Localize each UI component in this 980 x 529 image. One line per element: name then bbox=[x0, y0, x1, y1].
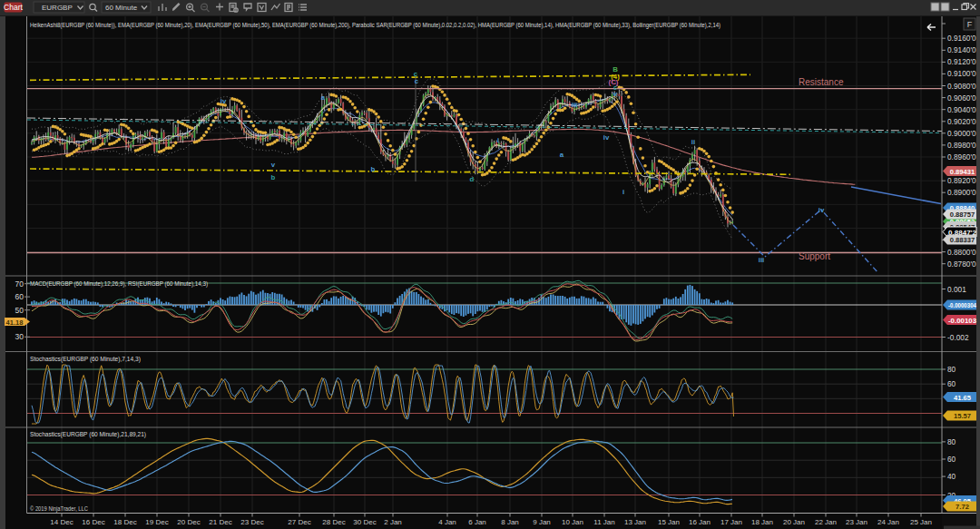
svg-text:iv: iv bbox=[603, 133, 610, 142]
svg-text:16 Jan: 16 Jan bbox=[689, 518, 710, 526]
svg-text:© 2019 NinjaTrader, LLC: © 2019 NinjaTrader, LLC bbox=[30, 505, 88, 513]
svg-text:Stochastics(EURGBP (60 Minute): Stochastics(EURGBP (60 Minute),7,14,3) bbox=[30, 355, 141, 363]
svg-text:7.72: 7.72 bbox=[956, 503, 969, 511]
svg-text:17 Jan: 17 Jan bbox=[720, 518, 742, 526]
svg-text:15.57: 15.57 bbox=[954, 412, 971, 420]
svg-text:0.9040'0: 0.9040'0 bbox=[947, 105, 976, 114]
svg-text:60: 60 bbox=[15, 292, 24, 301]
svg-text:8 Jan: 8 Jan bbox=[501, 518, 519, 526]
svg-text:9 Jan: 9 Jan bbox=[533, 518, 551, 526]
svg-text:F: F bbox=[967, 20, 973, 29]
svg-text:iv: iv bbox=[818, 206, 825, 214]
svg-text:10 Jan: 10 Jan bbox=[562, 518, 583, 526]
svg-text:27 Dec: 27 Dec bbox=[288, 518, 310, 526]
svg-text:13 Jan: 13 Jan bbox=[624, 518, 646, 526]
svg-text:Support: Support bbox=[799, 251, 830, 261]
svg-text:MACD(EURGBP (60 Minute),12,26,: MACD(EURGBP (60 Minute),12,26,9), RSI(EU… bbox=[30, 279, 208, 288]
svg-text:60: 60 bbox=[947, 379, 956, 388]
svg-text:i: i bbox=[622, 188, 624, 196]
svg-text:i: i bbox=[497, 136, 499, 144]
svg-text:ii: ii bbox=[691, 138, 695, 146]
svg-text:0.9120'0: 0.9120'0 bbox=[947, 57, 976, 66]
svg-text:c: c bbox=[415, 77, 419, 85]
svg-text:6 Jan: 6 Jan bbox=[468, 518, 486, 526]
svg-text:18 Jan: 18 Jan bbox=[751, 518, 773, 526]
svg-text:21 Dec: 21 Dec bbox=[209, 518, 231, 526]
svg-text:16 Dec: 16 Dec bbox=[82, 518, 104, 526]
svg-text:0.8920'0: 0.8920'0 bbox=[947, 176, 976, 185]
svg-text:b: b bbox=[271, 173, 276, 181]
svg-text:Chart: Chart bbox=[4, 3, 23, 12]
svg-text:11 Jan: 11 Jan bbox=[593, 518, 614, 526]
svg-text:0.9000'0: 0.9000'0 bbox=[947, 129, 976, 138]
svg-text:41.18: 41.18 bbox=[6, 318, 24, 327]
svg-text:14 Dec: 14 Dec bbox=[50, 518, 73, 526]
svg-text:23 Jan: 23 Jan bbox=[846, 518, 867, 526]
svg-text:20 Dec: 20 Dec bbox=[177, 518, 200, 526]
svg-text:20 Jan: 20 Jan bbox=[783, 518, 805, 526]
svg-text:iii: iii bbox=[759, 256, 765, 264]
svg-text:24 Jan: 24 Jan bbox=[877, 518, 899, 526]
svg-text:v: v bbox=[613, 90, 618, 98]
svg-text:2 Jan: 2 Jan bbox=[384, 518, 402, 526]
svg-text:EURGBP: EURGBP bbox=[42, 4, 73, 12]
svg-text:19 Dec: 19 Dec bbox=[145, 518, 168, 526]
svg-text:80: 80 bbox=[947, 365, 956, 374]
svg-text:-0.002: -0.002 bbox=[947, 333, 969, 342]
svg-text:15 Jan: 15 Jan bbox=[658, 518, 680, 526]
svg-text:0.8800'0: 0.8800'0 bbox=[947, 248, 976, 257]
svg-text:50: 50 bbox=[15, 306, 24, 315]
svg-text:4 Jan: 4 Jan bbox=[438, 518, 456, 526]
svg-text:0.8960'0: 0.8960'0 bbox=[947, 152, 976, 162]
svg-text:80: 80 bbox=[947, 437, 956, 446]
svg-text:23 Dec: 23 Dec bbox=[240, 518, 263, 526]
svg-text:0.9020'0: 0.9020'0 bbox=[947, 117, 976, 126]
svg-text:HeikenAshi8(EURGBP (60 Minute): HeikenAshi8(EURGBP (60 Minute)), EMA(EUR… bbox=[30, 21, 720, 29]
svg-text:iii: iii bbox=[572, 101, 578, 109]
svg-text:0.9160'0: 0.9160'0 bbox=[947, 34, 976, 43]
svg-text:Resistance: Resistance bbox=[799, 77, 844, 87]
svg-text:-0.0000304: -0.0000304 bbox=[948, 301, 977, 309]
svg-text:0.88337: 0.88337 bbox=[950, 236, 975, 244]
svg-text:28 Dec: 28 Dec bbox=[322, 518, 345, 526]
svg-text:a: a bbox=[560, 151, 564, 159]
svg-text:18 Dec: 18 Dec bbox=[113, 518, 136, 526]
svg-text:0.8900'0: 0.8900'0 bbox=[947, 188, 976, 197]
svg-text:0.89431: 0.89431 bbox=[950, 168, 975, 176]
svg-text:41.65: 41.65 bbox=[954, 394, 972, 402]
svg-text:30 Dec: 30 Dec bbox=[353, 518, 376, 526]
svg-text:b: b bbox=[371, 165, 376, 173]
svg-text:-0.00103: -0.00103 bbox=[948, 317, 976, 325]
svg-text:0.8980'0: 0.8980'0 bbox=[947, 141, 976, 150]
svg-text:40: 40 bbox=[947, 472, 956, 481]
svg-text:30: 30 bbox=[15, 332, 24, 341]
svg-text:Stochastics(EURGBP (60 Minute): Stochastics(EURGBP (60 Minute),21,89,21) bbox=[30, 430, 146, 438]
svg-text:v: v bbox=[271, 161, 276, 169]
svg-text:60: 60 bbox=[947, 455, 956, 464]
svg-text:60 Minute: 60 Minute bbox=[105, 4, 138, 12]
svg-text:0.9100'0: 0.9100'0 bbox=[947, 69, 976, 78]
svg-text:0.8780'0: 0.8780'0 bbox=[947, 260, 976, 269]
svg-text:70: 70 bbox=[15, 279, 24, 289]
svg-text:iv: iv bbox=[220, 97, 227, 105]
svg-text:0.9140'0: 0.9140'0 bbox=[947, 45, 976, 54]
svg-text:0.001: 0.001 bbox=[947, 285, 966, 294]
svg-text:0.9060'0: 0.9060'0 bbox=[947, 93, 976, 103]
svg-text:d: d bbox=[470, 175, 475, 183]
svg-text:a: a bbox=[321, 93, 326, 102]
svg-text:25 Jan: 25 Jan bbox=[910, 518, 932, 526]
svg-text:0.88757: 0.88757 bbox=[950, 211, 975, 219]
svg-text:(C): (C) bbox=[609, 78, 619, 86]
svg-text:22 Jan: 22 Jan bbox=[815, 518, 837, 526]
svg-text:0.9080'0: 0.9080'0 bbox=[947, 82, 976, 91]
